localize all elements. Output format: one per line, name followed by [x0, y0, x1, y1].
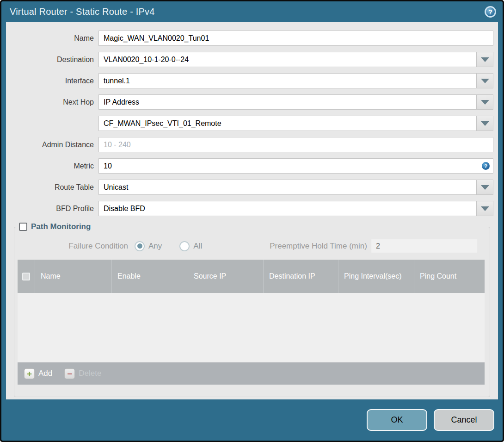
failure-condition-row: Failure Condition Any All Preemptive Hol… [17, 239, 487, 253]
metric-label: Metric [6, 162, 98, 170]
next-hop-address-dropdown-button[interactable] [476, 116, 493, 131]
delete-button[interactable]: − Delete [64, 368, 101, 379]
path-monitoring-table: Name Enable Source IP Destination IP Pin… [18, 260, 485, 385]
chevron-down-icon [481, 57, 489, 62]
dialog-title: Virtual Router - Static Route - IPv4 [10, 6, 485, 17]
route-table-input[interactable] [99, 180, 476, 194]
route-table-row: Route Table [6, 180, 493, 195]
name-row: Name [6, 31, 493, 46]
metric-row: Metric ? [6, 158, 493, 174]
destination-input[interactable] [99, 52, 476, 67]
radio-dot-icon [137, 243, 142, 249]
path-monitoring-title: Path Monitoring [31, 222, 91, 231]
title-bar: Virtual Router - Static Route - IPv4 ? [1, 1, 503, 22]
interface-row: Interface [6, 73, 493, 88]
table-toolbar: + Add − Delete [18, 362, 485, 385]
help-icon[interactable]: ? [485, 6, 496, 18]
name-label: Name [6, 34, 98, 43]
interface-dropdown-button[interactable] [476, 74, 493, 88]
name-input[interactable] [98, 31, 493, 46]
table-body-empty [18, 293, 485, 362]
dialog-window: Virtual Router - Static Route - IPv4 ? N… [0, 0, 504, 442]
next-hop-type-input[interactable] [99, 95, 476, 109]
preemptive-hold-time-label: Preemptive Hold Time (min) [270, 242, 367, 251]
failure-condition-all-label: All [193, 242, 202, 251]
chevron-down-icon [481, 185, 489, 190]
add-button[interactable]: + Add [24, 368, 52, 379]
column-header-destination-ip[interactable]: Destination IP [263, 260, 338, 293]
failure-condition-any-label: Any [148, 242, 162, 251]
path-monitoring-section: Path Monitoring Failure Condition Any Al… [14, 222, 490, 397]
column-header-ping-count[interactable]: Ping Count [414, 260, 485, 293]
interface-label: Interface [6, 77, 98, 85]
bfd-profile-row: BFD Profile [6, 201, 493, 216]
dialog-content: Name Destination Interface [6, 22, 498, 399]
dialog-frame: Virtual Router - Static Route - IPv4 ? N… [1, 1, 503, 441]
failure-condition-label: Failure Condition [17, 242, 133, 251]
bfd-profile-label: BFD Profile [6, 205, 98, 213]
table-header-row: Name Enable Source IP Destination IP Pin… [18, 260, 485, 293]
destination-row: Destination [6, 52, 493, 67]
dialog-footer: OK Cancel [1, 399, 503, 441]
next-hop-address-input[interactable] [99, 116, 476, 131]
chevron-down-icon [481, 121, 489, 126]
route-table-dropdown-button[interactable] [476, 180, 493, 194]
column-header-enable[interactable]: Enable [111, 260, 188, 293]
failure-condition-all-radio[interactable] [179, 241, 190, 251]
column-header-source-ip[interactable]: Source IP [188, 260, 263, 293]
destination-dropdown-button[interactable] [476, 52, 493, 67]
next-hop-label: Next Hop [6, 98, 98, 106]
chevron-down-icon [481, 79, 489, 83]
bfd-profile-input[interactable] [99, 201, 476, 216]
bfd-profile-dropdown-button[interactable] [476, 201, 493, 216]
delete-button-label: Delete [79, 369, 101, 378]
path-monitoring-checkbox[interactable] [19, 223, 27, 231]
path-monitoring-legend: Path Monitoring [18, 222, 94, 231]
column-header-ping-interval[interactable]: Ping Interval(sec) [338, 260, 414, 293]
column-header-name[interactable]: Name [35, 260, 111, 293]
admin-distance-label: Admin Distance [6, 141, 98, 149]
chevron-down-icon [481, 206, 489, 211]
select-all-checkbox[interactable] [22, 273, 30, 280]
next-hop-address-row [6, 116, 493, 131]
select-all-cell [18, 260, 35, 293]
minus-icon: − [64, 368, 75, 379]
radio-dot-icon [182, 243, 187, 249]
metric-help-icon[interactable]: ? [482, 162, 490, 170]
ok-button[interactable]: OK [367, 409, 427, 431]
route-table-label: Route Table [6, 183, 98, 192]
preemptive-hold-time-input[interactable] [371, 239, 478, 253]
next-hop-row: Next Hop [6, 94, 493, 110]
cancel-button[interactable]: Cancel [434, 409, 494, 431]
admin-distance-row: Admin Distance [6, 137, 493, 152]
add-button-label: Add [38, 369, 52, 378]
failure-condition-any-radio[interactable] [135, 241, 145, 251]
chevron-down-icon [481, 100, 489, 105]
destination-label: Destination [6, 56, 98, 64]
metric-input[interactable] [98, 158, 493, 174]
interface-input[interactable] [99, 74, 476, 88]
next-hop-dropdown-button[interactable] [476, 95, 493, 109]
admin-distance-input[interactable] [98, 137, 493, 152]
plus-icon: + [24, 368, 35, 379]
